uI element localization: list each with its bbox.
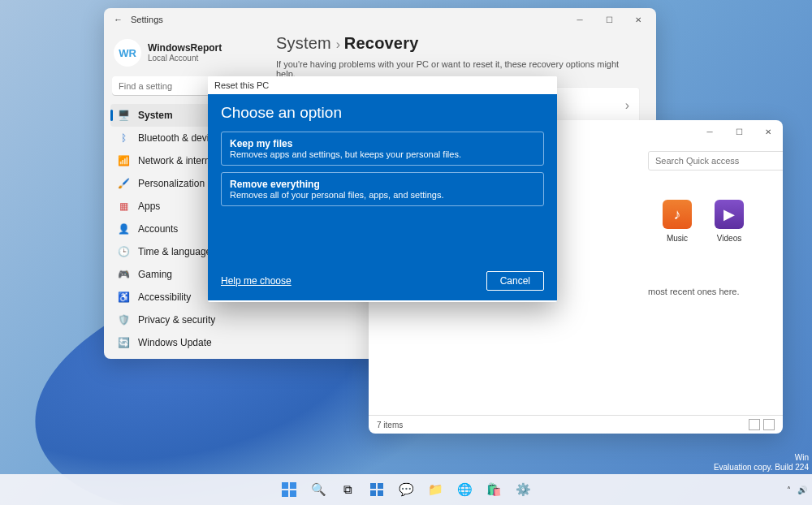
- explorer-icon[interactable]: 📁: [423, 477, 447, 502]
- close-button[interactable]: ✕: [624, 8, 653, 31]
- option-description: Removes all of your personal files, apps…: [230, 190, 535, 200]
- dialog-heading: Choose an option: [221, 104, 544, 122]
- breadcrumb-root[interactable]: System: [276, 34, 331, 52]
- folder-videos[interactable]: ▶ Videos: [715, 200, 744, 243]
- svg-rect-1: [290, 482, 296, 489]
- svg-rect-2: [282, 490, 288, 497]
- sidebar-item-label: Time & language: [138, 246, 211, 257]
- task-view-icon[interactable]: ⧉: [335, 477, 360, 502]
- svg-rect-0: [282, 482, 288, 489]
- sidebar-item-label: Personalization: [138, 178, 205, 189]
- edge-icon[interactable]: 🌐: [452, 477, 477, 502]
- bluetooth-icon: ᛒ: [117, 132, 130, 145]
- sidebar-item-label: Accounts: [138, 223, 178, 235]
- svg-rect-7: [378, 490, 383, 496]
- sidebar-item-label: Network & internet: [138, 155, 218, 166]
- svg-rect-4: [370, 483, 376, 489]
- user-name: WindowsReport: [148, 43, 222, 54]
- breadcrumb-leaf: Recovery: [344, 34, 419, 52]
- brush-icon: 🖌️: [117, 177, 130, 190]
- help-me-choose-link[interactable]: Help me choose: [221, 275, 292, 287]
- sidebar-item-windows-update[interactable]: 🔄Windows Update: [110, 331, 260, 354]
- option-keep-my-files[interactable]: Keep my files Removes apps and settings,…: [221, 132, 544, 166]
- store-icon[interactable]: 🛍️: [482, 477, 506, 502]
- folder-grid: ♪ Music ▶ Videos: [663, 200, 771, 243]
- tray-chevron-icon[interactable]: ˄: [787, 486, 791, 494]
- folder-music[interactable]: ♪ Music: [663, 200, 692, 243]
- explorer-search-input[interactable]: [648, 151, 783, 170]
- maximize-button[interactable]: ☐: [724, 120, 754, 143]
- shield-icon: 🛡️: [117, 313, 130, 326]
- wifi-icon: 📶: [117, 154, 130, 167]
- option-title: Remove everything: [230, 179, 535, 190]
- minimize-button[interactable]: ─: [695, 120, 724, 143]
- sidebar-item-privacy-security[interactable]: 🛡️Privacy & security: [110, 309, 260, 331]
- user-subtitle: Local Account: [148, 54, 222, 63]
- view-list-icon[interactable]: [749, 419, 760, 430]
- window-title: Settings: [131, 15, 163, 24]
- view-grid-icon[interactable]: [763, 419, 775, 430]
- person-icon: 👤: [117, 222, 130, 235]
- recent-hint: most recent ones here.: [648, 287, 771, 296]
- reset-pc-dialog: Reset this PC Choose an option Keep my f…: [208, 76, 557, 302]
- taskbar: 🔍 ⧉ 💬 📁 🌐 🛍️ ⚙️ ˄ 🔊: [0, 474, 812, 505]
- display-icon: 🖥️: [117, 109, 130, 122]
- breadcrumb: System › Recovery: [276, 34, 640, 53]
- minimize-button[interactable]: ─: [565, 8, 594, 31]
- sidebar-item-label: Privacy & security: [138, 314, 215, 326]
- chat-icon[interactable]: 💬: [394, 477, 418, 502]
- game-icon: 🎮: [117, 268, 130, 281]
- chevron-right-icon: ›: [625, 98, 629, 113]
- option-title: Keep my files: [230, 138, 535, 149]
- cancel-button[interactable]: Cancel: [486, 271, 544, 291]
- accessibility-icon: ♿: [117, 291, 130, 304]
- dialog-title: Reset this PC: [208, 76, 557, 94]
- svg-rect-6: [370, 490, 376, 496]
- sidebar-item-label: Apps: [138, 201, 160, 212]
- user-block[interactable]: WR WindowsReport Local Account: [110, 34, 260, 75]
- video-folder-icon: ▶: [715, 200, 744, 229]
- watermark: Win Evaluation copy. Build 224: [714, 453, 809, 473]
- folder-label: Videos: [717, 234, 741, 243]
- folder-label: Music: [667, 234, 688, 243]
- svg-rect-3: [290, 490, 296, 497]
- apps-icon: ▦: [117, 200, 130, 213]
- search-icon[interactable]: 🔍: [306, 477, 330, 502]
- update-icon: 🔄: [117, 336, 130, 349]
- option-remove-everything[interactable]: Remove everything Removes all of your pe…: [221, 172, 544, 206]
- status-count: 7 items: [377, 421, 403, 429]
- start-icon[interactable]: [277, 477, 301, 502]
- svg-rect-5: [378, 483, 383, 489]
- avatar: WR: [114, 39, 141, 67]
- option-description: Removes apps and settings, but keeps you…: [230, 149, 535, 159]
- back-icon[interactable]: ←: [114, 15, 123, 24]
- settings-taskbar-icon[interactable]: ⚙️: [511, 477, 535, 502]
- tray-volume-icon[interactable]: 🔊: [797, 486, 807, 494]
- music-folder-icon: ♪: [663, 200, 692, 229]
- clock-icon: 🕒: [117, 245, 130, 258]
- sidebar-item-label: System: [138, 110, 173, 121]
- sidebar-item-label: Windows Update: [138, 337, 212, 348]
- sidebar-item-label: Accessibility: [138, 291, 191, 303]
- close-button[interactable]: ✕: [754, 120, 783, 143]
- sidebar-item-label: Gaming: [138, 269, 172, 280]
- widgets-icon[interactable]: [365, 477, 389, 502]
- maximize-button[interactable]: ☐: [594, 8, 624, 31]
